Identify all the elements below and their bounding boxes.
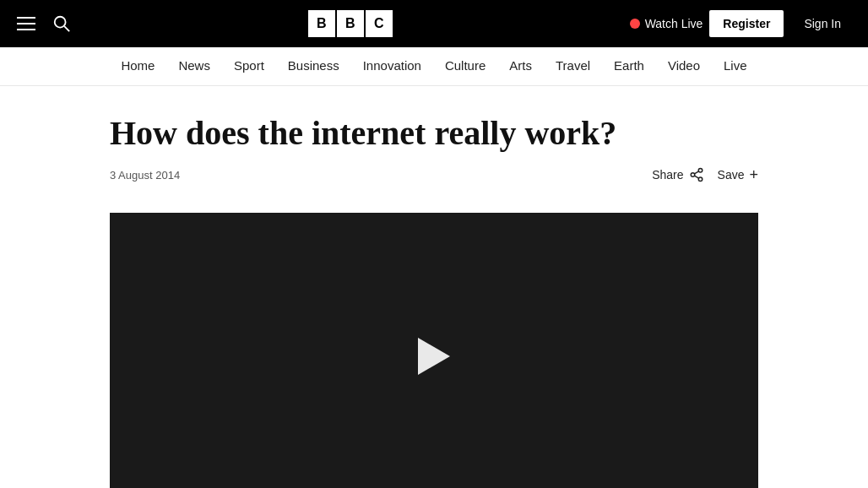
nav-item-home: Home bbox=[109, 47, 166, 85]
watch-live-label: Watch Live bbox=[645, 17, 703, 30]
plus-icon: + bbox=[749, 167, 758, 182]
nav-link-news[interactable]: News bbox=[166, 47, 222, 85]
hamburger-menu-icon[interactable] bbox=[14, 14, 39, 34]
share-label: Share bbox=[652, 168, 683, 182]
nav-item-news: News bbox=[166, 47, 222, 85]
search-icon[interactable] bbox=[52, 14, 71, 33]
header-right: Watch Live Register Sign In bbox=[630, 10, 854, 37]
main-content: How does the internet really work? 3 Aug… bbox=[96, 86, 772, 488]
svg-line-5 bbox=[694, 176, 698, 178]
play-button-icon[interactable] bbox=[418, 338, 450, 375]
bbc-box-b1: B bbox=[308, 10, 335, 37]
nav-link-sport[interactable]: Sport bbox=[222, 47, 276, 85]
share-icon bbox=[689, 167, 704, 182]
signin-button[interactable]: Sign In bbox=[790, 10, 854, 37]
nav-item-earth: Earth bbox=[602, 47, 656, 85]
nav-item-travel: Travel bbox=[544, 47, 602, 85]
nav-item-arts: Arts bbox=[497, 47, 544, 85]
watch-live-button[interactable]: Watch Live bbox=[630, 17, 703, 30]
share-button[interactable]: Share bbox=[652, 167, 703, 182]
article-title: How does the internet really work? bbox=[110, 113, 758, 154]
nav-link-live[interactable]: Live bbox=[712, 47, 759, 85]
nav-item-business: Business bbox=[276, 47, 351, 85]
live-dot-icon bbox=[630, 19, 640, 29]
nav-item-innovation: Innovation bbox=[351, 47, 433, 85]
article-meta: 3 August 2014 Share Save + bbox=[110, 167, 758, 192]
header-left bbox=[14, 14, 71, 34]
nav-item-video: Video bbox=[656, 47, 712, 85]
nav-link-travel[interactable]: Travel bbox=[544, 47, 602, 85]
nav-item-culture: Culture bbox=[433, 47, 497, 85]
nav-link-home[interactable]: Home bbox=[109, 47, 166, 85]
save-button[interactable]: Save + bbox=[718, 167, 758, 182]
svg-line-1 bbox=[64, 26, 69, 31]
nav-item-live: Live bbox=[712, 47, 759, 85]
nav-link-video[interactable]: Video bbox=[656, 47, 712, 85]
article-date: 3 August 2014 bbox=[110, 169, 180, 182]
main-nav: HomeNewsSportBusinessInnovationCultureAr… bbox=[0, 47, 868, 86]
nav-link-arts[interactable]: Arts bbox=[497, 47, 544, 85]
svg-point-2 bbox=[698, 169, 703, 173]
article-actions: Share Save + bbox=[652, 167, 758, 182]
svg-point-3 bbox=[691, 173, 695, 177]
bbc-box-c: C bbox=[366, 10, 393, 37]
nav-link-business[interactable]: Business bbox=[276, 47, 351, 85]
nav-list: HomeNewsSportBusinessInnovationCultureAr… bbox=[109, 47, 758, 85]
nav-link-culture[interactable]: Culture bbox=[433, 47, 497, 85]
svg-line-6 bbox=[694, 171, 698, 174]
nav-link-earth[interactable]: Earth bbox=[602, 47, 656, 85]
nav-link-innovation[interactable]: Innovation bbox=[351, 47, 433, 85]
bbc-logo[interactable]: B B C bbox=[308, 10, 393, 37]
save-label: Save bbox=[718, 168, 745, 182]
video-player[interactable] bbox=[110, 213, 758, 488]
svg-point-0 bbox=[55, 17, 66, 28]
nav-item-sport: Sport bbox=[222, 47, 276, 85]
top-header: B B C Watch Live Register Sign In bbox=[0, 0, 868, 47]
svg-point-4 bbox=[698, 177, 703, 182]
register-button[interactable]: Register bbox=[709, 10, 784, 37]
bbc-box-b2: B bbox=[337, 10, 364, 37]
